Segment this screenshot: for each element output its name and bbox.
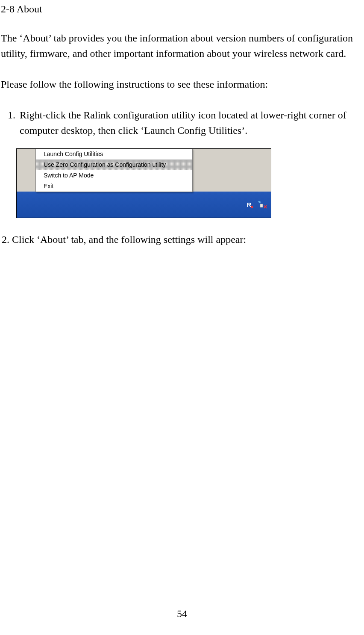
screenshot-context-menu: Launch Config Utilities Use Zero Configu… (16, 148, 271, 218)
x-badge-icon: ✕ (250, 204, 254, 210)
step-1: Right-click the Ralink configuration uti… (18, 107, 364, 138)
section-heading: 2-8 About (1, 3, 364, 15)
menu-item-zero-config[interactable]: Use Zero Configuration as Configuration … (36, 159, 192, 170)
wifi-x-badge-icon: ✕ (263, 204, 267, 210)
system-tray: R✕ ✕ (17, 191, 271, 218)
ralink-tray-icon[interactable]: R✕ (244, 200, 254, 209)
r-letter-icon: R✕ (247, 201, 252, 208)
intro-paragraph: The ‘About’ tab provides you the informa… (1, 30, 364, 61)
instruction-paragraph: Please follow the following instructions… (1, 77, 364, 92)
page-number: 54 (0, 608, 364, 620)
steps-list: Right-click the Ralink configuration uti… (1, 107, 364, 138)
context-menu: Launch Config Utilities Use Zero Configu… (35, 149, 193, 192)
wifi-tray-icon[interactable]: ✕ (256, 200, 267, 209)
svg-rect-0 (260, 204, 263, 207)
step-2: 2. Click ‘About’ tab, and the following … (1, 232, 364, 247)
menu-item-switch-ap[interactable]: Switch to AP Mode (36, 170, 192, 181)
menu-item-exit[interactable]: Exit (36, 181, 192, 192)
menu-item-launch-config[interactable]: Launch Config Utilities (36, 149, 192, 159)
